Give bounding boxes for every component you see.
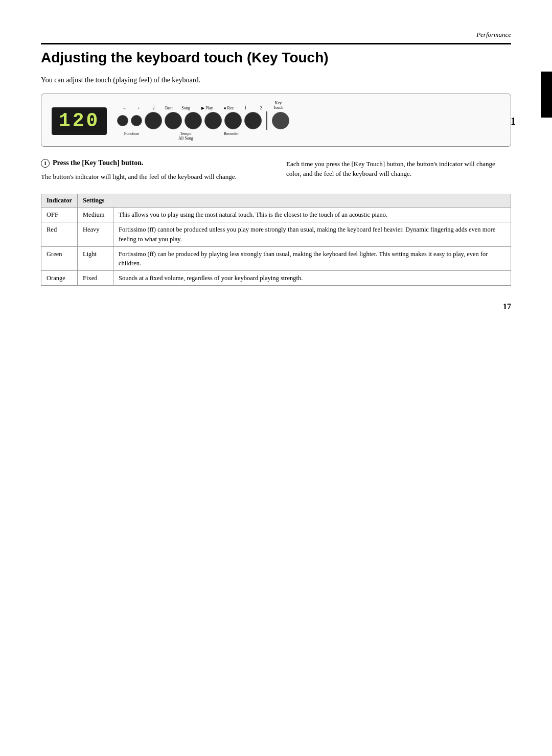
btn-recorder-1[interactable] (224, 112, 242, 129)
step-1-body: The button's indicator will light, and t… (41, 172, 266, 182)
separator-line (266, 111, 267, 130)
label-plus: + (131, 106, 146, 110)
settings-table: Indicator Settings OFFMediumThis allows … (41, 194, 511, 286)
cell-description: Sounds at a fixed volume, regardless of … (113, 270, 511, 285)
title-section: Adjusting the keyboard touch (Key Touch) (41, 43, 511, 66)
label-key-touch: KeyTouch (268, 101, 288, 110)
cell-setting: Fixed (78, 270, 113, 285)
btn-song[interactable] (165, 112, 182, 129)
cell-indicator: Green (41, 246, 78, 270)
btn-key-touch[interactable] (272, 112, 289, 129)
label-1: 1 (238, 106, 253, 110)
bottom-label-tempo: TempoAll Song (160, 131, 211, 141)
page-tab (541, 72, 552, 118)
table-row: OFFMediumThis allows you to play using t… (41, 208, 511, 222)
cell-description: This allows you to play using the most n… (113, 208, 511, 222)
label-minus: – (117, 106, 131, 110)
cell-indicator: OFF (41, 208, 78, 222)
cell-description: Fortissimo (ff) can be produced by playi… (113, 246, 511, 270)
table-row: GreenLightFortissimo (ff) can be produce… (41, 246, 511, 270)
btn-minus[interactable] (117, 115, 128, 126)
step-1-container: 1 Press the [Key Touch] button. The butt… (41, 159, 266, 182)
label-note: ♩ (146, 105, 161, 110)
col-header-indicator: Indicator (41, 194, 78, 208)
steps-section: 1 Press the [Key Touch] button. The butt… (41, 159, 511, 182)
btn-rec[interactable] (204, 112, 222, 129)
panel-buttons-area: – + ♩ Beat Song ▶ Play ● Rec 1 2 KeyTouc… (115, 101, 500, 141)
step-1-heading: 1 Press the [Key Touch] button. (41, 159, 266, 168)
cell-setting: Light (78, 246, 113, 270)
step-2-body: Each time you press the [Key Touch] butt… (286, 159, 511, 179)
bottom-label-function: Function (117, 131, 145, 136)
display-value: 120 (59, 111, 100, 131)
section-label: Performance (41, 31, 511, 39)
btn-recorder-2[interactable] (244, 112, 262, 129)
col-header-settings: Settings (78, 194, 511, 208)
label-rec: ● Rec (219, 106, 238, 110)
cell-setting: Heavy (78, 222, 113, 246)
label-beat: Beat (161, 106, 176, 110)
page-title: Adjusting the keyboard touch (Key Touch) (41, 50, 511, 66)
table-row: OrangeFixedSounds at a fixed volume, reg… (41, 270, 511, 285)
btn-function[interactable] (145, 112, 162, 129)
btn-plus[interactable] (131, 115, 142, 126)
panel-diagram: 120 – + ♩ Beat Song ▶ Play ● Rec 1 2 Key… (41, 94, 511, 147)
display-unit: 120 (52, 107, 107, 135)
cell-indicator: Orange (41, 270, 78, 285)
cell-setting: Medium (78, 208, 113, 222)
step-number-1: 1 (41, 159, 50, 168)
intro-text: You can adjust the touch (playing feel) … (41, 76, 511, 84)
step-2-container: Each time you press the [Key Touch] butt… (286, 159, 511, 182)
cell-description: Fortissimo (ff) cannot be produced unles… (113, 222, 511, 246)
diagram-number: 1 (511, 115, 516, 127)
table-row: RedHeavyFortissimo (ff) cannot be produc… (41, 222, 511, 246)
btn-play[interactable] (185, 112, 202, 129)
cell-indicator: Red (41, 222, 78, 246)
label-play: ▶ Play (195, 106, 219, 110)
label-2: 2 (253, 106, 268, 110)
bottom-label-recorder: Recorder (211, 131, 251, 136)
page-number: 17 (503, 302, 511, 311)
label-song: Song (176, 106, 195, 110)
